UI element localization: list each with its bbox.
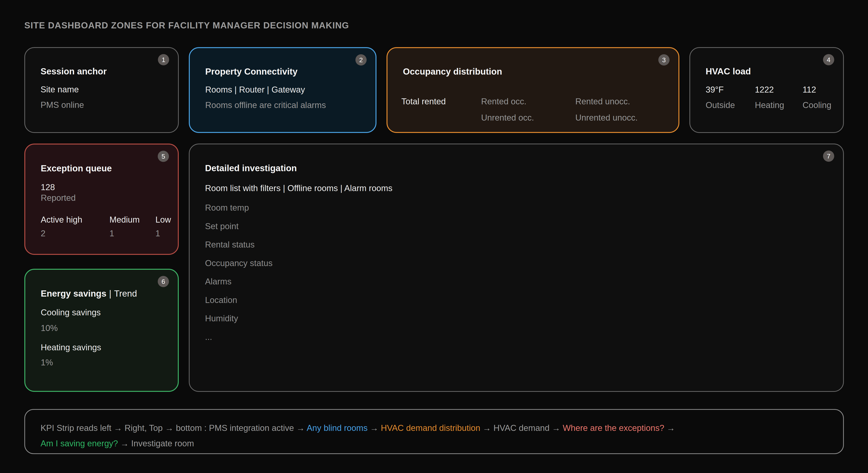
zone-card-hvac-load[interactable]: 4 HVAC load 39°F Outside 1222 Heating 11…: [689, 47, 844, 133]
exception-count-label: Reported: [41, 193, 76, 203]
dashboard-zones-page: SITE DASHBOARD ZONES FOR FACILITY MANAGE…: [0, 0, 868, 473]
card-title: Energy savings|Trend: [41, 288, 137, 299]
pms-status-label: PMS online: [40, 100, 84, 110]
total-rented-label: Total rented: [401, 96, 481, 107]
hvac-metric-heating: 1222 Heating: [755, 85, 803, 110]
low-label: Low: [155, 215, 171, 225]
heating-savings-value: 1%: [41, 358, 53, 367]
connectivity-note-label: Rooms offline are critical alarms: [205, 100, 326, 110]
title-separator: |: [106, 289, 114, 298]
medium-value: 1: [110, 228, 155, 238]
active-high-value: 2: [41, 228, 110, 238]
low-value: 1: [155, 228, 171, 238]
card-title: Occupancy distribution: [403, 66, 502, 77]
field-room-temp: Room temp: [205, 199, 273, 217]
kpi-arrow: →: [480, 423, 493, 433]
investigation-field-list: Room temp Set point Rental status Occupa…: [205, 199, 273, 346]
site-name-label: Site name: [40, 85, 79, 94]
field-alarms: Alarms: [205, 272, 273, 291]
zone-card-session-anchor[interactable]: 1 Session anchor Site name PMS online: [24, 47, 179, 133]
kpi-investigate-room-text: Investigate room: [131, 439, 194, 448]
zone-number-badge: 1: [158, 54, 169, 65]
exception-count-value: 128: [41, 182, 55, 192]
kpi-arrow: →: [550, 423, 563, 433]
page-title: SITE DASHBOARD ZONES FOR FACILITY MANAGE…: [24, 20, 349, 31]
kpi-strip-text: KPI Strip reads left → Right, Top → bott…: [40, 420, 832, 451]
kpi-link-hvac-demand-distribution[interactable]: HVAC demand distribution: [381, 423, 480, 433]
rented-occ-label: Rented occ.: [481, 96, 575, 107]
cooling-label: Cooling: [803, 100, 831, 110]
field-rental-status: Rental status: [205, 235, 273, 254]
card-title: Session anchor: [40, 66, 107, 77]
field-set-point: Set point: [205, 217, 273, 236]
kpi-strip: KPI Strip reads left → Right, Top → bott…: [24, 409, 844, 454]
kpi-arrow: →: [118, 439, 131, 448]
spacer-cell: [401, 113, 481, 123]
card-title-rest: Trend: [114, 289, 137, 298]
outside-temp-label: Outside: [706, 100, 755, 110]
cooling-savings-value: 10%: [41, 323, 58, 333]
card-title: Exception queue: [41, 163, 112, 174]
kpi-arrow: →: [368, 423, 381, 433]
cooling-value: 112: [803, 85, 831, 95]
card-title: HVAC load: [706, 66, 751, 77]
kpi-hvac-demand-text: HVAC demand: [493, 423, 550, 433]
room-list-filters-label: Room list with filters | Offline rooms |…: [205, 183, 393, 193]
heating-label: Heating: [755, 100, 803, 110]
hvac-metrics: 39°F Outside 1222 Heating 112 Cooling: [706, 85, 831, 110]
cooling-savings-label: Cooling savings: [41, 307, 101, 317]
heating-value: 1222: [755, 85, 803, 95]
card-title: Detailed investigation: [205, 163, 297, 173]
zone-number-badge: 4: [823, 54, 834, 65]
occupancy-grid: Total rented Rented occ. Rented unocc. U…: [401, 96, 638, 123]
kpi-link-am-i-saving-energy[interactable]: Am I saving energy?: [40, 439, 118, 448]
zone-number-badge: 7: [823, 150, 834, 162]
field-location: Location: [205, 291, 273, 309]
zone-card-detailed-investigation[interactable]: 7 Detailed investigation Room list with …: [189, 144, 844, 392]
zone-number-badge: 2: [355, 54, 367, 65]
zone-number-badge: 6: [158, 276, 169, 287]
zone-card-property-connectivity[interactable]: 2 Property Connectivity Rooms | Router |…: [189, 47, 376, 133]
connectivity-items-label: Rooms | Router | Gateway: [205, 85, 305, 94]
rented-unocc-label: Rented unocc.: [575, 96, 638, 107]
zone-card-occupancy-distribution[interactable]: 3 Occupancy distribution Total rented Re…: [386, 47, 679, 133]
zone-card-exception-queue[interactable]: 5 Exception queue 128 Reported Active hi…: [24, 144, 179, 255]
kpi-intro-text: KPI Strip reads left → Right, Top → bott…: [40, 423, 307, 433]
hvac-metric-outside: 39°F Outside: [706, 85, 755, 110]
kpi-link-any-blind-rooms[interactable]: Any blind rooms: [307, 423, 367, 433]
field-humidity: Humidity: [205, 309, 273, 328]
zone-number-badge: 5: [158, 151, 169, 162]
zone-number-badge: 3: [658, 54, 670, 65]
card-title-bold: Energy savings: [41, 289, 106, 298]
card-title: Property Connectivity: [205, 66, 298, 77]
field-ellipsis: ...: [205, 328, 273, 346]
hvac-metric-cooling: 112 Cooling: [803, 85, 831, 110]
unrented-unocc-label: Unrented unocc.: [575, 113, 638, 123]
zone-card-energy-savings[interactable]: 6 Energy savings|Trend Cooling savings 1…: [24, 269, 179, 392]
medium-label: Medium: [110, 215, 155, 225]
severity-grid: Active high Medium Low 2 1 1: [41, 215, 171, 238]
heating-savings-label: Heating savings: [41, 343, 101, 352]
unrented-occ-label: Unrented occ.: [481, 113, 575, 123]
kpi-link-where-are-exceptions[interactable]: Where are the exceptions?: [563, 423, 664, 433]
field-occupancy-status: Occupancy status: [205, 254, 273, 272]
kpi-arrow: →: [664, 423, 675, 433]
outside-temp-value: 39°F: [706, 85, 755, 95]
active-high-label: Active high: [41, 215, 110, 225]
